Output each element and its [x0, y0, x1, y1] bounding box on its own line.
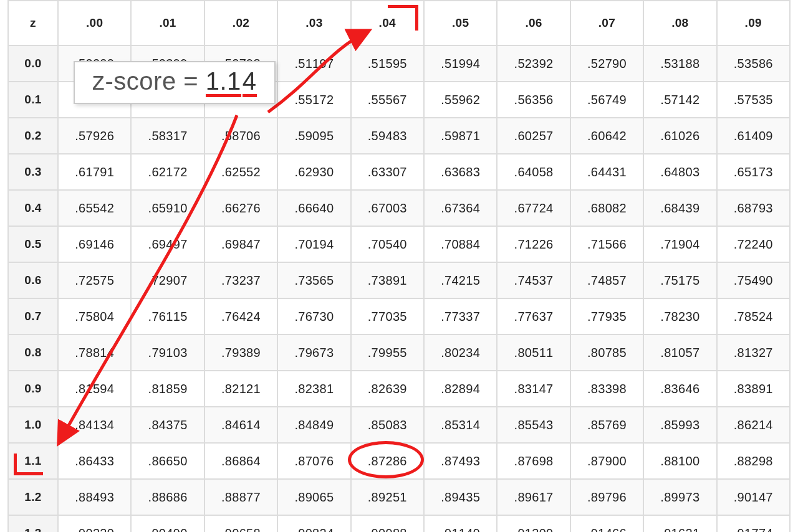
table-cell: .87900 [570, 443, 643, 479]
table-row: 0.9.81594.81859.82121.82381.82639.82894.… [8, 371, 790, 407]
table-cell: .71904 [643, 226, 716, 262]
table-cell: .89435 [424, 479, 497, 515]
table-cell: .61026 [643, 118, 716, 154]
table-cell: .84614 [204, 407, 277, 443]
col-header: .07 [570, 1, 643, 45]
table-cell: .91149 [424, 515, 497, 532]
row-header: 0.0 [8, 45, 58, 82]
row-header: 1.0 [8, 407, 58, 443]
table-cell: .77637 [497, 298, 570, 335]
table-cell: .73237 [204, 262, 277, 298]
table-cell: .89617 [497, 479, 570, 515]
table-cell: .85314 [424, 407, 497, 443]
table-cell: .72575 [58, 262, 131, 298]
table-cell: .89251 [351, 479, 424, 515]
table-row: 0.4.65542.65910.66276.66640.67003.67364.… [8, 190, 790, 226]
col-header: .03 [277, 1, 350, 45]
table-cell: .55567 [351, 82, 424, 118]
table-cell: .72907 [131, 262, 204, 298]
table-cell: .88877 [204, 479, 277, 515]
table-cell: .84134 [58, 407, 131, 443]
table-cell: .75175 [643, 262, 716, 298]
col-header: .09 [717, 1, 790, 45]
table-cell: .90988 [351, 515, 424, 532]
table-cell: .67003 [351, 190, 424, 226]
table-cell: .82121 [204, 371, 277, 407]
table-cell: .86214 [717, 407, 790, 443]
table-cell: .77337 [424, 298, 497, 335]
table-cell: .65542 [58, 190, 131, 226]
table-cell: .71226 [497, 226, 570, 262]
table-cell: .82894 [424, 371, 497, 407]
table-cell: .88100 [643, 443, 716, 479]
row-header: 0.7 [8, 298, 58, 335]
table-cell: .53188 [643, 45, 716, 82]
table-cell: .57535 [717, 82, 790, 118]
table-cell: .57926 [58, 118, 131, 154]
table-cell: .74857 [570, 262, 643, 298]
table-cell: .55172 [277, 82, 350, 118]
table-cell: .86433 [58, 443, 131, 479]
table-cell: .90147 [717, 479, 790, 515]
table-cell: .62172 [131, 154, 204, 190]
table-cell: .67364 [424, 190, 497, 226]
table-cell: .61409 [717, 118, 790, 154]
table-cell: .89973 [643, 479, 716, 515]
table-cell: .84849 [277, 407, 350, 443]
row-header: 0.2 [8, 118, 58, 154]
table-cell: .63307 [351, 154, 424, 190]
table-cell: .69497 [131, 226, 204, 262]
table-cell: .60642 [570, 118, 643, 154]
table-cell: .89796 [570, 479, 643, 515]
col-header: .05 [424, 1, 497, 45]
table-cell: .89065 [277, 479, 350, 515]
table-cell: .85083 [351, 407, 424, 443]
table-cell: .86650 [131, 443, 204, 479]
zscore-label: z-score = [92, 67, 206, 95]
table-cell: .56749 [570, 82, 643, 118]
table-cell: .76424 [204, 298, 277, 335]
table-cell: .79955 [351, 335, 424, 371]
table-cell: .81057 [643, 335, 716, 371]
table-row: 1.0.84134.84375.84614.84849.85083.85314.… [8, 407, 790, 443]
table-cell: .78814 [58, 335, 131, 371]
col-header: .06 [497, 1, 570, 45]
row-header: 1.1 [8, 443, 58, 479]
zscore-value-row: 1.1 [206, 67, 241, 95]
table-row: 1.2.88493.88686.88877.89065.89251.89435.… [8, 479, 790, 515]
col-header: .04 [351, 1, 424, 45]
table-cell: .70540 [351, 226, 424, 262]
table-row: 0.8.78814.79103.79389.79673.79955.80234.… [8, 335, 790, 371]
table-cell: .90824 [277, 515, 350, 532]
table-cell: .65173 [717, 154, 790, 190]
table-cell: .55962 [424, 82, 497, 118]
table-cell: .82381 [277, 371, 350, 407]
table-cell: .75804 [58, 298, 131, 335]
table-cell: .64058 [497, 154, 570, 190]
table-cell: .74215 [424, 262, 497, 298]
table-cell: .76115 [131, 298, 204, 335]
zscore-annotation: z-score = 1.14 [74, 61, 276, 104]
table-cell: .87698 [497, 443, 570, 479]
table-cell: .52790 [570, 45, 643, 82]
table-cell: .81859 [131, 371, 204, 407]
table-cell: .90490 [131, 515, 204, 532]
table-cell: .77935 [570, 298, 643, 335]
table-cell: .79389 [204, 335, 277, 371]
col-header: .02 [204, 1, 277, 45]
table-cell: .80511 [497, 335, 570, 371]
table-cell: .83398 [570, 371, 643, 407]
row-header: 0.6 [8, 262, 58, 298]
table-cell: .91466 [570, 515, 643, 532]
table-cell: .57142 [643, 82, 716, 118]
table-cell: .51994 [424, 45, 497, 82]
table-cell: .72240 [717, 226, 790, 262]
zscore-value-col: 4 [243, 67, 257, 95]
row-header: 1.3 [8, 515, 58, 532]
table-cell: .52392 [497, 45, 570, 82]
table-cell: .64803 [643, 154, 716, 190]
table-cell: .59871 [424, 118, 497, 154]
table-row: 0.6.72575.72907.73237.73565.73891.74215.… [8, 262, 790, 298]
table-cell: .87493 [424, 443, 497, 479]
table-cell: .90320 [58, 515, 131, 532]
